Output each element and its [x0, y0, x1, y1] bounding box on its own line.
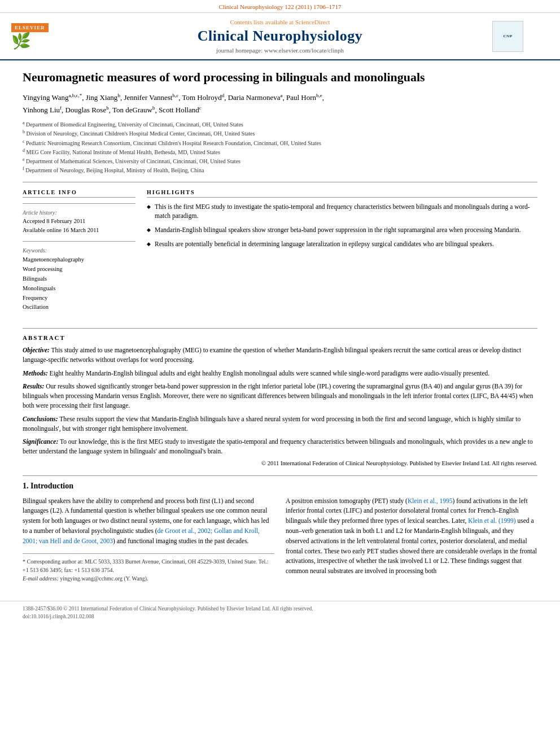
conclusions-label: Conclusions: [23, 416, 58, 422]
authors-line: Yingying Wanga,b,c,*, Jing Xiangb, Jenni… [23, 91, 537, 116]
doi-line: doi:10.1016/j.clinph.2011.02.008 [23, 613, 537, 621]
main-content: Neuromagnetic measures of word processin… [0, 60, 560, 592]
affiliations: a Department of Biomedical Engineering, … [23, 120, 537, 175]
results-label: Results: [23, 383, 44, 390]
article-history-block: Article history: Accepted 8 February 201… [23, 209, 135, 235]
affil-sup-bc: b,c [172, 93, 178, 98]
affil-sup-d: d [222, 93, 225, 98]
author-douglas: Douglas Rose [65, 106, 107, 114]
keyword-6: Oscillation [23, 303, 135, 312]
journal-header: ELSEVIER 🌿 Contents lists available at S… [0, 13, 560, 60]
intro-text-2: A positron emission tomography (PET) stu… [286, 496, 537, 577]
highlights-list: This is the first MEG study to investiga… [147, 202, 537, 249]
author-ton: Ton deGrauw [112, 106, 152, 114]
available-date: Available online 16 March 2011 [23, 226, 135, 235]
logo-text: CNP [504, 34, 513, 38]
ref-klein1999[interactable]: Klein et al. (1999) [468, 517, 515, 524]
intro-col-right: A positron emission tomography (PET) stu… [286, 496, 537, 583]
author-yinhong: Yinhong Liu [23, 106, 60, 114]
keywords-block: Keywords: Magnetoencephalography Word pr… [23, 247, 135, 312]
conclusions-text: These results support the view that Mand… [23, 416, 520, 432]
significance-text: To our knowledge, this is the first MEG … [23, 438, 533, 455]
affil-sup-b: b [117, 93, 120, 98]
affil-sup-a2: a [280, 93, 282, 98]
journal-citation: Clinical Neurophysiology 122 (2011) 1706… [218, 3, 341, 10]
intro-col-left: Bilingual speakers have the ability to c… [23, 496, 274, 583]
intro-text-1: Bilingual speakers have the ability to c… [23, 496, 274, 547]
significance-label: Significance: [23, 438, 58, 445]
results-text: Our results showed significantly stronge… [23, 383, 533, 409]
methods-text: Eight healthy Mandarin-English bilingual… [50, 370, 490, 377]
keywords-label: Keywords: [23, 247, 135, 254]
abstract-title: ABSTRACT [23, 334, 537, 341]
corresponding-sup: * [80, 93, 82, 98]
intro-heading: 1. Introduction [23, 482, 537, 491]
accepted-date: Accepted 8 February 2011 [23, 217, 135, 226]
highlight-item-3: Results are potentially beneficial in de… [147, 239, 537, 249]
these-text: These [450, 557, 466, 564]
footnote-star: * Corresponding author at: MLC 5033, 333… [23, 557, 274, 574]
journal-homepage-text: journal homepage: www.elsevier.com/locat… [216, 47, 344, 54]
journal-header-right: CNP [492, 21, 549, 52]
elsevier-tree-icon: 🌿 [11, 33, 31, 49]
author-jing: Jing Xiang [86, 93, 118, 102]
intro-body: Bilingual speakers have the ability to c… [23, 496, 537, 583]
affil-sup-b2: b [106, 105, 109, 111]
abstract-section: ABSTRACT Objective: This study aimed to … [23, 328, 537, 466]
keyword-1: Magnetoencephalography [23, 255, 135, 265]
journal-logo-box: CNP [492, 21, 523, 52]
highlight-item-1: This is the first MEG study to investiga… [147, 202, 537, 221]
elsevier-logo: ELSEVIER 🌿 [11, 23, 68, 49]
abstract-objective: Objective: This study aimed to use magne… [23, 346, 537, 365]
ref-klein1995[interactable]: Klein et al., 1995 [408, 497, 453, 504]
email-link[interactable]: yingying.wang@cchmc.org [60, 575, 123, 582]
abstract-methods: Methods: Eight healthy Mandarin-English … [23, 369, 537, 378]
keyword-3: Bilinguals [23, 274, 135, 284]
ref-degroot[interactable]: de Groot et al., 2002; Gollan and Kroll,… [23, 527, 260, 544]
article-info-highlights: ARTICLE INFO Article history: Accepted 8… [23, 189, 537, 319]
author-scott: Scott Holland [159, 106, 199, 114]
history-label: Article history: [23, 209, 135, 216]
divider-keywords [23, 241, 135, 242]
abstract-conclusions: Conclusions: These results support the v… [23, 414, 537, 434]
footnote-section: * Corresponding author at: MLC 5033, 333… [23, 553, 274, 583]
divider-1 [23, 182, 537, 182]
objective-label: Objective: [23, 347, 50, 353]
author-daria: Daria Narmoneva [228, 93, 281, 102]
keyword-2: Word processing [23, 265, 135, 274]
author-tom: Tom Holroyd [182, 93, 221, 102]
journal-citation-bar: Clinical Neurophysiology 122 (2011) 1706… [0, 0, 560, 13]
keyword-5: Frequency [23, 294, 135, 303]
affil-sup-a: a,b,c, [68, 93, 79, 98]
highlights-col: HIGHLIGHTS This is the first MEG study t… [147, 189, 537, 319]
article-info-label: ARTICLE INFO [23, 189, 135, 198]
bottom-bar: 1388-2457/$36.00 © 2011 International Fe… [0, 601, 560, 624]
copyright-line: © 2011 International Federation of Clini… [23, 460, 537, 466]
objective-text: This study aimed to use magnetoencephalo… [23, 347, 521, 363]
issn-line: 1388-2457/$36.00 © 2011 International Fe… [23, 605, 537, 613]
affil-d: d MEG Core Facility, National Institute … [23, 147, 537, 156]
article-info-col: ARTICLE INFO Article history: Accepted 8… [23, 189, 135, 319]
journal-homepage: journal homepage: www.elsevier.com/locat… [68, 47, 492, 54]
affil-sup-b3: b [152, 105, 155, 111]
sciencedirect-prefix: Contents lists available at ScienceDirec… [230, 19, 330, 25]
highlights-label: HIGHLIGHTS [147, 189, 537, 198]
author-jennifer: Jennifer Vannest [124, 93, 172, 102]
abstract-significance: Significance: To our knowledge, this is … [23, 437, 537, 457]
affil-e: e Department of Mathematical Sciences, U… [23, 156, 537, 165]
keyword-4: Monolinguals [23, 284, 135, 294]
highlight-item-2: Mandarin-English bilingual speakers show… [147, 225, 537, 235]
journal-title: Clinical Neurophysiology [68, 28, 492, 45]
paper-title: Neuromagnetic measures of word processin… [23, 69, 537, 86]
affil-sup-f: f [60, 105, 62, 111]
elsevier-label: ELSEVIER [11, 23, 49, 32]
sciencedirect-link[interactable]: Contents lists available at ScienceDirec… [68, 19, 492, 25]
affil-c: c Pediatric Neuroimaging Research Consor… [23, 138, 537, 147]
abstract-results: Results: Our results showed significantl… [23, 382, 537, 411]
divider-info [23, 203, 135, 204]
affil-a: a Department of Biomedical Engineering, … [23, 120, 537, 129]
footnote-email: E-mail address: yingying.wang@cchmc.org … [23, 574, 274, 583]
author-yingying: Yingying Wang [23, 93, 68, 102]
affil-b: b Division of Neurology, Cincinnati Chil… [23, 129, 537, 138]
author-paul: Paul Horn [286, 93, 316, 102]
